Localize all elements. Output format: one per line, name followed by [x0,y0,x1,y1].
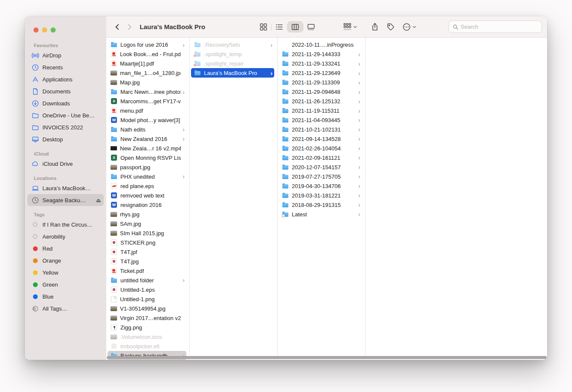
file-row[interactable]: .RecoverySets › [191,40,274,49]
file-row[interactable]: 2021-11-29-113309 › [279,78,362,87]
file-row[interactable]: 2021-11-29-144333 › [279,49,362,59]
file-row[interactable]: Virgin 2017…entation v2 › [108,313,186,323]
file-row[interactable]: 2021-11-29-133241 › [279,59,362,68]
eject-icon[interactable]: ⏏ [96,197,101,203]
sidebar-item-downloads[interactable]: Downloads ⏏ [27,97,104,109]
file-row[interactable]: SIm Hall 2015.jpg › [108,228,186,238]
file-row[interactable]: resignation 2016 › [108,200,186,209]
file-row[interactable]: 2021-11-29-094648 › [279,87,362,96]
file-row[interactable]: Marc Newn…inee photos › [108,87,186,96]
file-row[interactable]: 2021-11-29-123649 › [279,68,362,78]
file-row[interactable]: Logos for use 2016 › [108,40,186,49]
file-row[interactable]: Open Monring RSVP List › [108,153,186,162]
sidebar-item-seagate-backu[interactable]: Seagate Backu… ⏏ [27,194,104,206]
file-row[interactable]: passport.jpg › [108,162,186,172]
search-input[interactable] [461,24,538,30]
horizontal-scrollbar[interactable] [106,356,547,359]
file-row[interactable]: 2021-11-04-093445 › [279,115,362,125]
sidebar-item-if-i-ran-the-circus[interactable]: If I Ran the Circus… ⏏ [27,218,104,230]
sidebar-item-icloud-drive[interactable]: iCloud Drive ⏏ [27,158,104,170]
file-row[interactable]: .spotlight_repair › [191,59,274,68]
file-row[interactable]: 2022-10-11….inProgress › [279,40,362,49]
file-row[interactable]: rhys.jpg › [108,209,186,219]
file-row[interactable]: red plane.eps › [108,181,186,191]
file-row[interactable]: Map.jpg › [108,78,186,87]
file-row[interactable]: 2020-12-07-154157 › [279,162,362,172]
file-row[interactable]: tmbootpicker.efi › [108,341,186,351]
file-row[interactable]: 2019-07-27-175705 › [279,172,362,181]
sidebar-item-yellow[interactable]: Yellow ⏏ [27,266,104,278]
file-row[interactable]: 2021-11-19-115311 › [279,106,362,115]
sidebar-item-documents[interactable]: Documents ⏏ [27,85,104,97]
file-row[interactable]: Model phot…y waiver[3] › [108,115,186,125]
file-row[interactable]: V1-305149954.jpg › [108,304,186,313]
column-view-button[interactable] [287,21,303,33]
file-row[interactable]: 2019-04-30-134706 › [279,181,362,191]
file-row[interactable]: untitled folder › [108,275,186,285]
file-name: T4T.jpg [120,258,181,265]
group-button[interactable] [342,21,359,33]
file-row[interactable]: Look Book…ed - Frut.pdf › [108,49,186,59]
sidebar-item-laura-s-macbook[interactable]: Laura’s MacBook… ⏏ [27,182,104,194]
search-field[interactable] [449,21,542,33]
file-row[interactable]: Laura’s MacBook Pro › [191,68,274,78]
file-row[interactable]: menu.pdf › [108,106,186,115]
tag-button[interactable] [385,21,396,33]
zoom-button[interactable] [51,27,56,33]
file-row[interactable]: Untitled-1.png › [108,294,186,304]
section-title: Locations [25,176,106,182]
file-row[interactable]: 2018-08-29-191315 › [279,200,362,209]
file-row[interactable]: New Zeala…r 16 v2.mp4 › [108,144,186,153]
file-row[interactable]: T4T.jpf › [108,247,186,257]
sidebar-item-orange[interactable]: Orange ⏏ [27,254,104,266]
share-button[interactable] [370,21,380,33]
sidebar-item-applications[interactable]: Applications ⏏ [27,73,104,85]
sidebar-item-aerobility[interactable]: Aerobility ⏏ [27,230,104,242]
sidebar-item-blue[interactable]: Blue ⏏ [27,290,104,302]
file-row[interactable]: 2021-02-09-161121 › [279,153,362,162]
file-row[interactable]: STICKER.png › [108,238,186,247]
file-row[interactable]: 2021-02-26-104054 › [279,144,362,153]
close-button[interactable] [33,27,39,33]
sidebar-item-green[interactable]: Green ⏏ [27,278,104,290]
back-button[interactable] [111,21,123,33]
file-row[interactable]: 2021-09-14-134528 › [279,134,362,144]
file-row[interactable]: PHX unedited › [108,172,186,181]
file-row[interactable]: remvoed web text › [108,191,186,200]
sidebar-item-invoices-2022[interactable]: INVOICES 2022 ⏏ [27,121,104,133]
icon-view-button[interactable] [256,21,271,33]
minimize-button[interactable] [42,27,47,33]
more-actions-button[interactable] [401,21,418,33]
sidebar-item-onedrive-use-be[interactable]: OneDrive - Use Be… ⏏ [27,109,104,121]
folder-icon [282,69,289,76]
file-row[interactable]: Ticket.pdf › [108,266,186,275]
sidebar-item-airdrop[interactable]: AirDrop ⏏ [27,49,104,61]
file-row[interactable]: Maartje[1].pdf › [108,59,186,68]
sidebar-item-red[interactable]: Red ⏏ [27,242,104,254]
list-view-button[interactable] [272,21,287,33]
file-row[interactable]: Nath edits › [108,125,186,134]
file-row[interactable]: New Zealand 2016 › [108,134,186,144]
file-name: T4T.jpf [120,249,181,255]
file-row[interactable]: Untitled-1.eps › [108,285,186,294]
forward-button[interactable] [123,21,135,33]
sidebar-item-all-tags[interactable]: All Tags… ⏏ [27,302,104,314]
tagdot-icon [31,281,39,288]
file-row[interactable]: .spotlight_temp › [191,49,274,59]
file-row[interactable]: T4T.jpg › [108,257,186,266]
file-row[interactable]: man_file_1…o4_1280.jpg › [108,68,186,78]
gallery-view-button[interactable] [303,21,319,33]
chevron-right-icon: › [358,51,360,57]
file-row[interactable]: 2021-10-21-102131 › [279,125,362,134]
sidebar-item-recents[interactable]: Recents ⏏ [27,61,104,73]
sidebar-item-desktop[interactable]: Desktop ⏏ [27,133,104,145]
sidebar-section: Tags If I Ran the Circus… ⏏ Aerobility ⏏… [25,212,106,314]
file-row[interactable]: 2021-11-26-125132 › [279,96,362,106]
file-row[interactable]: Latest › [279,209,362,219]
file-row[interactable]: Zigg.png › [108,323,186,332]
file-row[interactable]: Marcomms…get FY17-v2 › [108,96,186,106]
scrollbar-thumb[interactable] [107,356,547,359]
file-row[interactable]: 2019-03-31-181221 › [279,191,362,200]
file-row[interactable]: SAm.jpg › [108,219,186,228]
file-row[interactable]: .VolumeIcon.icns › [108,332,186,341]
